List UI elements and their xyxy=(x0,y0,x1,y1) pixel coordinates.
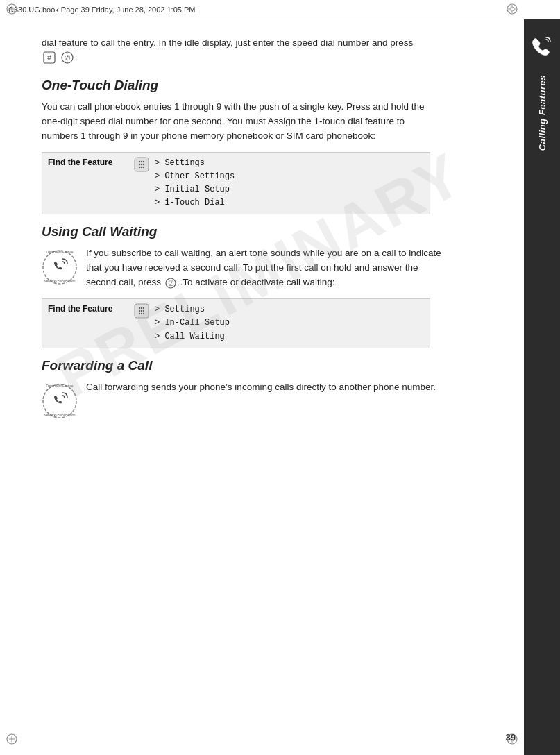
section-forwarding: Forwarding a Call Network / Subscription… xyxy=(42,358,502,419)
hash-icon: # xyxy=(43,51,56,64)
svg-text:✆: ✆ xyxy=(65,54,70,62)
svg-text:☑: ☑ xyxy=(167,280,173,287)
svg-point-45 xyxy=(141,313,142,314)
svg-text:Network / Subscription: Network / Subscription xyxy=(44,414,76,417)
page-number: 39 xyxy=(506,732,516,743)
menu-icon-1 xyxy=(134,157,149,172)
svg-point-40 xyxy=(143,307,144,309)
forwarding-badge-section: Network / Subscription Dependent Feature… xyxy=(42,380,444,419)
section-one-touch: One-Touch Dialing You can call phonebook… xyxy=(42,78,502,215)
forwarding-heading: Forwarding a Call xyxy=(42,358,502,373)
network-badge-2: Network / Subscription Dependent Feature xyxy=(42,383,78,419)
call-waiting-heading: Using Call Waiting xyxy=(42,224,502,239)
sidebar-label: Calling Features xyxy=(537,75,548,151)
svg-point-30 xyxy=(141,166,142,167)
section-call-waiting: Using Call Waiting Network / Subscriptio… xyxy=(42,224,502,348)
call-waiting-badge-section: Network / Subscription Dependent Feature… xyxy=(42,246,444,290)
svg-point-46 xyxy=(143,313,144,314)
one-touch-body: You can call phonebook entries 1 through… xyxy=(42,100,430,144)
call-waiting-body: If you subscribe to call waiting, an ale… xyxy=(86,246,444,290)
menu-icon-2 xyxy=(134,303,149,319)
svg-point-43 xyxy=(143,310,144,312)
phone-icon xyxy=(529,33,554,58)
find-feature-label-1: Find the Feature xyxy=(48,157,131,167)
one-touch-heading: One-Touch Dialing xyxy=(42,78,502,93)
svg-point-42 xyxy=(141,310,142,312)
send-icon: ✆ xyxy=(61,51,74,64)
find-feature-box-1: Find the Feature > Settings > Other Sett… xyxy=(42,152,430,215)
svg-point-38 xyxy=(139,307,140,309)
svg-point-4 xyxy=(510,7,514,11)
find-feature-steps-1: > Settings > Other Settings > Initial Se… xyxy=(155,157,235,210)
header-text: C330.UG.book Page 39 Friday, June 28, 20… xyxy=(8,6,195,14)
svg-point-44 xyxy=(139,313,140,314)
find-feature-steps-2: > Settings > In-Call Setup > Call Waitin… xyxy=(155,303,230,343)
main-content: dial feature to call the entry. In the i… xyxy=(0,19,524,755)
svg-text:Dependent Feature: Dependent Feature xyxy=(46,251,74,254)
find-feature-label-2: Find the Feature xyxy=(48,303,131,314)
svg-point-39 xyxy=(141,307,142,309)
forwarding-body: Call forwarding sends your phone’s incom… xyxy=(86,380,436,395)
find-feature-box-2: Find the Feature > Settings > In-Call Se… xyxy=(42,298,430,348)
corner-mark-tr xyxy=(506,3,518,15)
intro-paragraph: dial feature to call the entry. In the i… xyxy=(42,36,430,65)
svg-point-41 xyxy=(139,310,140,312)
svg-point-23 xyxy=(139,160,140,162)
svg-text:Network / Subscription: Network / Subscription xyxy=(44,280,76,283)
right-sidebar: Calling Features xyxy=(524,19,560,755)
network-badge-1: Network / Subscription Dependent Feature xyxy=(42,249,78,285)
svg-text:#: # xyxy=(47,53,52,62)
action-icon-1: ☑ xyxy=(165,278,176,289)
svg-point-25 xyxy=(143,160,144,162)
svg-point-26 xyxy=(139,163,140,164)
corner-mark-tl xyxy=(6,3,18,15)
svg-text:Dependent Feature: Dependent Feature xyxy=(46,384,74,388)
svg-point-29 xyxy=(139,166,140,167)
page-header: C330.UG.book Page 39 Friday, June 28, 20… xyxy=(0,0,560,19)
svg-point-24 xyxy=(141,160,142,162)
svg-point-27 xyxy=(141,163,142,164)
svg-point-31 xyxy=(143,166,144,167)
svg-point-28 xyxy=(143,163,144,164)
